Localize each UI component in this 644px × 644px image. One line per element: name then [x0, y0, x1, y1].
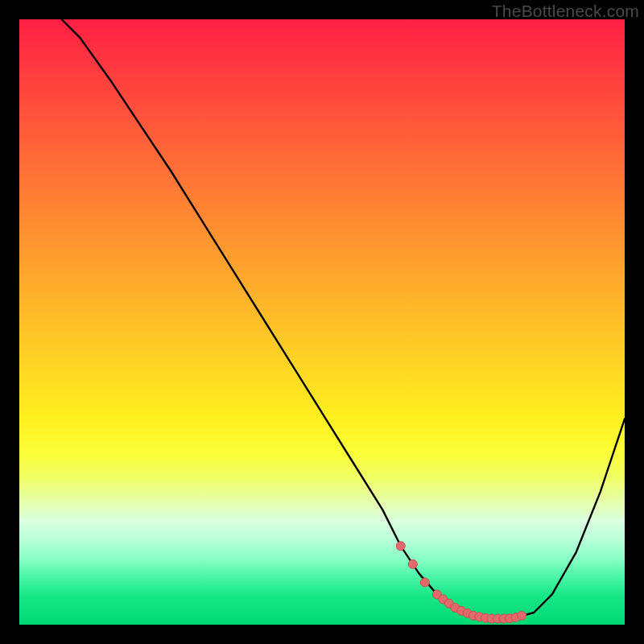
- watermark-text: TheBottleneck.com: [492, 2, 639, 21]
- chart-frame: [19, 19, 625, 625]
- valley-marker: [518, 611, 526, 620]
- valley-marker: [408, 559, 417, 568]
- valley-marker: [420, 578, 429, 587]
- valley-marker: [396, 542, 405, 551]
- curve-overlay: [19, 19, 625, 625]
- valley-markers: [396, 542, 526, 623]
- bottleneck-curve: [62, 19, 625, 619]
